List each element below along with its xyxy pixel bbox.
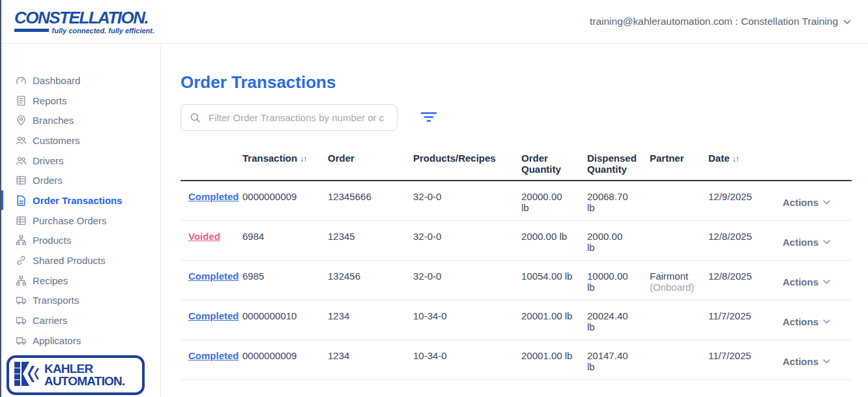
link-icon [16, 255, 27, 266]
constellation-wordmark: CONSTELLATION. [14, 9, 154, 26]
dispensed-qty-cell: 2000.00 lb [587, 221, 650, 261]
account-menu[interactable]: training@kahlerautomation.com : Constell… [590, 16, 851, 27]
column-header-order-quantity: Order Quantity [521, 146, 587, 181]
top-bar: CONSTELLATION. fully connected. fully ef… [1, 0, 868, 44]
date-cell: 12/8/2025 [708, 261, 783, 301]
order-transactions-table: Transaction↓↑ Order Products/Recipes Ord… [181, 146, 852, 380]
date-cell: 12/8/2025 [708, 221, 783, 261]
sidebar-item-label: Recipes [33, 275, 68, 286]
column-header-actions [783, 146, 852, 181]
sidebar-item-order-transactions[interactable]: Order Transactions [1, 190, 160, 211]
status-link[interactable]: Completed [188, 310, 239, 321]
sitemap-icon [16, 235, 27, 246]
products-cell: 10-34-0 [413, 340, 521, 380]
sidebar-item-label: Applicators [33, 335, 81, 346]
search-icon [190, 112, 201, 126]
partner-note: (Onboard) [650, 282, 702, 293]
report-icon [16, 95, 27, 106]
status-link[interactable]: Completed [188, 191, 239, 202]
order-cell: 1234 [328, 301, 413, 340]
actions-button[interactable]: Actions [783, 356, 830, 367]
truck-icon [16, 295, 27, 306]
sidebar-item-dashboard[interactable]: Dashboard [1, 70, 160, 91]
partner-cell [650, 181, 708, 221]
sidebar-item-recipes[interactable]: Recipes [1, 271, 160, 291]
dashboard-icon [16, 75, 27, 86]
column-header-date[interactable]: Date↓↑ [708, 146, 783, 181]
sidebar-item-reports[interactable]: Reports [1, 91, 160, 111]
sidebar-item-applicators[interactable]: Applicators [1, 331, 160, 351]
dispensed-qty-cell: 20068.70 lb [587, 181, 650, 221]
order-cell: 132456 [328, 261, 413, 301]
partner-cell [650, 301, 708, 340]
truck-icon [16, 335, 27, 346]
logo-underline-bar [14, 29, 49, 32]
sidebar-item-label: Transports [33, 295, 79, 306]
filter-transactions-input[interactable] [181, 104, 398, 131]
order-qty-cell: 20001.00 lb [521, 301, 587, 340]
sidebar-item-carriers[interactable]: Carriers [1, 310, 160, 331]
sidebar: Dashboard Reports Branches Customers Dri [1, 44, 161, 397]
kahler-k-emblem [12, 359, 42, 392]
table-row: Completed 0000000009 1234 10-34-0 20001.… [181, 340, 852, 380]
dispensed-qty-cell: 20024.40 lb [587, 301, 650, 340]
sidebar-item-label: Reports [33, 95, 67, 106]
date-cell: 12/9/2025 [708, 181, 783, 221]
sort-icon: ↓↑ [732, 154, 739, 164]
sidebar-item-label: Order Transactions [33, 195, 123, 206]
sidebar-item-purchase-orders[interactable]: Purchase Orders [1, 211, 160, 231]
sidebar-item-label: Orders [33, 175, 63, 186]
sidebar-item-label: Carriers [33, 315, 67, 326]
order-cell: 12345666 [328, 181, 413, 221]
kahler-logo-text: KAHLER AUTOMATION. [44, 363, 125, 387]
map-pin-icon [16, 115, 27, 126]
status-link[interactable]: Completed [188, 350, 239, 361]
actions-button[interactable]: Actions [783, 276, 830, 287]
column-header-products-recipes: Products/Recipes [413, 146, 521, 181]
partner-cell [650, 221, 708, 261]
sidebar-item-drivers[interactable]: Drivers [1, 151, 160, 171]
actions-button[interactable]: Actions [783, 316, 830, 327]
transaction-cell: 0000000010 [242, 301, 328, 340]
products-cell: 32-0-0 [413, 181, 521, 221]
constellation-logo[interactable]: CONSTELLATION. fully connected. fully ef… [14, 9, 154, 35]
column-header-dispensed-quantity: Dispensed Quantity [587, 146, 650, 181]
sidebar-item-orders[interactable]: Orders [1, 170, 160, 190]
sidebar-item-shared-products[interactable]: Shared Products [1, 250, 160, 271]
status-link[interactable]: Voided [188, 231, 220, 242]
account-label: training@kahlerautomation.com : Constell… [590, 16, 838, 27]
column-header-partner: Partner [650, 146, 708, 181]
table-header-row: Transaction↓↑ Order Products/Recipes Ord… [181, 146, 852, 181]
sidebar-item-transports[interactable]: Transports [1, 291, 160, 311]
sidebar-item-label: Drivers [33, 155, 64, 166]
users-icon [16, 135, 27, 146]
actions-button[interactable]: Actions [783, 197, 830, 208]
sidebar-item-label: Shared Products [33, 255, 106, 266]
table-row: Completed 0000000009 12345666 32-0-0 200… [181, 181, 852, 221]
transaction-cell: 0000000009 [242, 181, 328, 221]
transaction-cell: 6984 [242, 221, 328, 261]
constellation-tagline-row: fully connected. fully efficient. [14, 27, 154, 35]
products-cell: 32-0-0 [413, 221, 521, 261]
actions-button[interactable]: Actions [783, 237, 830, 248]
table-row: Completed 0000000010 1234 10-34-0 20001.… [181, 301, 852, 340]
sidebar-item-label: Customers [33, 135, 80, 146]
products-cell: 10-34-0 [413, 301, 521, 340]
order-cell: 12345 [328, 221, 413, 261]
status-link[interactable]: Completed [188, 271, 239, 282]
sidebar-item-products[interactable]: Products [1, 231, 160, 251]
sidebar-item-customers[interactable]: Customers [1, 130, 160, 151]
table-icon [16, 215, 27, 226]
order-qty-cell: 10054.00 lb [521, 261, 587, 301]
sidebar-item-branches[interactable]: Branches [1, 110, 160, 130]
sort-icon: ↓↑ [300, 154, 306, 164]
order-qty-cell: 20000.00 lb [521, 181, 587, 221]
table-row: Completed 6985 132456 32-0-0 10054.00 lb… [181, 261, 852, 301]
truck-icon [16, 315, 27, 326]
column-header-transaction[interactable]: Transaction↓↑ [242, 146, 328, 181]
main-content: Order Transactions Transaction [161, 44, 868, 397]
filter-icon[interactable] [418, 109, 440, 127]
order-cell: 1234 [328, 340, 413, 380]
page-title: Order Transactions [181, 72, 852, 93]
dispensed-qty-cell: 10000.00 lb [587, 261, 650, 301]
